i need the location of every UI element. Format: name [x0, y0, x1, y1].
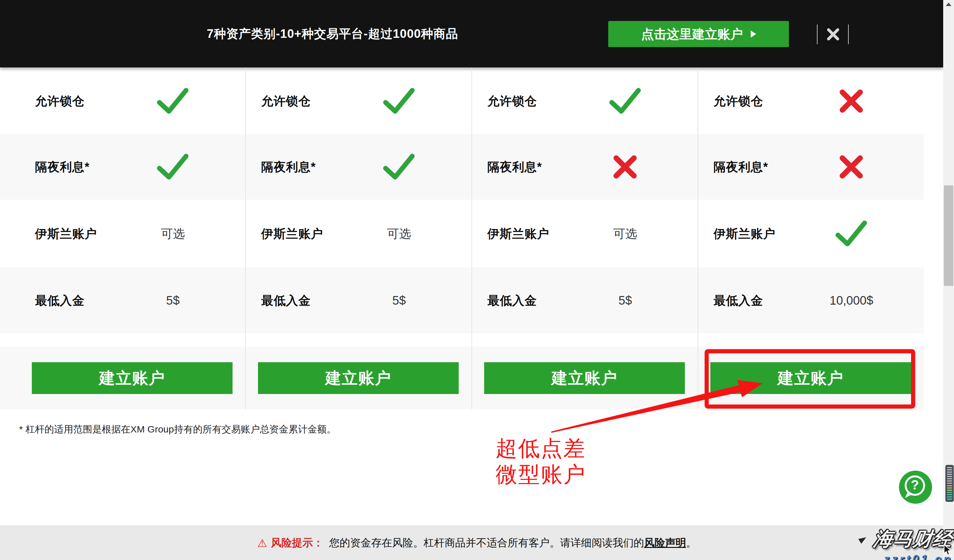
play-arrow-icon — [751, 31, 756, 37]
marker-line — [947, 496, 952, 497]
open-account-cta-button[interactable]: 点击这里建立账户 — [608, 21, 789, 47]
cross-icon — [838, 88, 865, 115]
row-label: 最低入金 — [487, 292, 537, 308]
table-row: 伊斯兰账户 可选 — [245, 200, 471, 268]
table-row: 允许锁仓 — [245, 68, 471, 134]
row-label: 隔夜利息* — [35, 159, 90, 175]
row-label: 最低入金 — [261, 292, 311, 308]
marker-line — [947, 474, 952, 475]
table-row: 隔夜利息* — [19, 134, 245, 200]
marker-line — [947, 476, 952, 477]
marker-line — [947, 492, 952, 493]
create-account-button-2[interactable]: 建立账户 — [258, 362, 459, 394]
marker-line — [947, 481, 952, 481]
table-row: 隔夜利息* — [471, 134, 698, 200]
row-label: 允许锁仓 — [261, 93, 311, 109]
table-row: 隔夜利息* — [245, 134, 471, 200]
promo-headline: 7种资产类别-10+种交易平台-超过1000种商品 — [207, 0, 458, 67]
row-label: 伊斯兰账户 — [487, 226, 549, 242]
marker-line — [947, 485, 952, 486]
row-label: 隔夜利息* — [714, 159, 768, 175]
marker-line — [947, 499, 952, 499]
page: 7种资产类别-10+种交易平台-超过1000种商品 点击这里建立账户 允许锁仓 … — [0, 0, 954, 560]
cell-value: 5$ — [166, 294, 179, 307]
scroll-marker-widget — [945, 465, 954, 502]
row-label: 最低入金 — [35, 292, 85, 308]
row-label: 隔夜利息* — [261, 159, 316, 175]
risk-warning-label: 风险提示： — [271, 536, 324, 550]
scrollbar-thumb[interactable] — [944, 185, 953, 286]
cell-value: 可选 — [613, 226, 637, 242]
table-row: 最低入金 10,000$ — [698, 268, 924, 333]
check-icon — [835, 220, 868, 248]
promo-topbar: 7种资产类别-10+种交易平台-超过1000种商品 点击这里建立账户 — [0, 0, 943, 67]
warning-triangle-icon: ⚠ — [257, 537, 267, 549]
close-button[interactable] — [825, 26, 842, 43]
check-icon — [156, 87, 189, 115]
account-column-1: 允许锁仓 隔夜利息* 伊斯兰账户 可选 最低入金 5$ 建立账户 — [19, 68, 245, 409]
table-row: 伊斯兰账户 可选 — [471, 200, 698, 268]
marker-line — [947, 467, 952, 468]
table-row: 最低入金 5$ — [19, 268, 245, 333]
topbar-divider — [848, 25, 849, 44]
account-column-4: 允许锁仓 隔夜利息* 伊斯兰账户 最低入金 10,000$ 建立账户 — [698, 68, 924, 409]
svg-text:?: ? — [911, 477, 919, 492]
check-icon — [608, 87, 642, 115]
cell-value: 可选 — [387, 226, 411, 242]
row-label: 伊斯兰账户 — [714, 226, 776, 242]
row-label: 允许锁仓 — [714, 93, 763, 109]
row-label: 允许锁仓 — [35, 93, 85, 109]
check-icon — [382, 87, 415, 115]
topbar-divider — [817, 25, 818, 44]
help-chat-button[interactable]: ? — [899, 471, 932, 504]
check-icon — [156, 153, 189, 181]
create-account-button-1[interactable]: 建立账户 — [32, 362, 232, 394]
marker-line — [947, 490, 952, 491]
table-row: 最低入金 5$ — [471, 268, 698, 333]
risk-statement-link[interactable]: 风险声明 — [644, 536, 686, 550]
annotation-text: 超低点差 微型账户 — [496, 435, 586, 487]
table-row: 最低入金 5$ — [245, 268, 471, 333]
marker-line — [947, 469, 952, 470]
table-row: 允许锁仓 — [19, 68, 245, 134]
cell-value: 可选 — [161, 226, 185, 242]
scrollbar-up-arrow[interactable] — [946, 3, 951, 6]
table-row: 伊斯兰账户 — [698, 200, 924, 268]
create-account-button-3[interactable]: 建立账户 — [484, 362, 685, 394]
cell-value: 10,000$ — [829, 294, 873, 307]
cell-value: 5$ — [392, 294, 405, 307]
table-row: 允许锁仓 — [471, 68, 698, 134]
account-column-3: 允许锁仓 隔夜利息* 伊斯兰账户 可选 最低入金 5$ 建立账户 — [471, 68, 698, 409]
marker-line — [947, 483, 952, 484]
risk-warning-period: 。 — [686, 536, 697, 550]
row-label: 最低入金 — [714, 292, 763, 308]
create-account-button-4[interactable]: 建立账户 — [710, 362, 911, 394]
cell-value: 5$ — [619, 294, 632, 307]
marker-line — [947, 494, 952, 495]
row-label: 允许锁仓 — [487, 93, 537, 109]
table-row: 允许锁仓 — [698, 68, 924, 134]
row-label: 隔夜利息* — [487, 159, 542, 175]
annotation-line: 超低点差 — [496, 435, 586, 461]
annotation-line: 微型账户 — [496, 461, 586, 487]
table-row: 隔夜利息* — [698, 134, 924, 200]
cross-icon — [612, 154, 638, 180]
question-bubble-icon: ? — [899, 471, 932, 504]
row-label: 伊斯兰账户 — [35, 226, 97, 242]
row-label: 伊斯兰账户 — [261, 226, 323, 242]
account-column-2: 允许锁仓 隔夜利息* 伊斯兰账户 可选 最低入金 5$ 建立账户 — [245, 68, 471, 409]
marker-line — [947, 471, 952, 473]
cross-icon — [838, 154, 865, 180]
cta-label: 点击这里建立账户 — [641, 25, 743, 43]
risk-warning-text: 您的资金存在风险。杠杆商品并不适合所有客户。请详细阅读我们的 — [329, 536, 644, 550]
marker-line — [947, 487, 952, 488]
table-row: 伊斯兰账户 可选 — [19, 200, 245, 268]
marker-line — [947, 478, 952, 479]
leverage-footnote: * 杠杆的适用范围是根据在XM Group持有的所有交易账户总资金累计金额。 — [19, 423, 336, 436]
check-icon — [382, 153, 415, 181]
risk-warning-bar: ⚠ 风险提示： 您的资金存在风险。杠杆商品并不适合所有客户。请详细阅读我们的 风… — [0, 526, 954, 560]
